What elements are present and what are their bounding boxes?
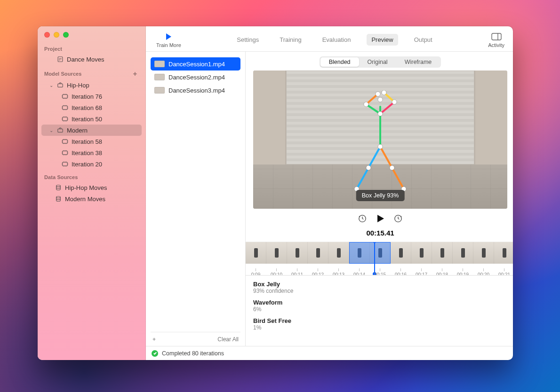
file-rows: DanceSession1.mp4DanceSession2.mp4DanceS… — [151, 57, 240, 97]
svg-point-20 — [378, 97, 383, 102]
svg-point-25 — [382, 90, 386, 95]
sidebar-item-label: Modern — [67, 127, 88, 134]
timeline-ticks: 0:0900:1000:1100:1200:1300:1400:1500:160… — [246, 264, 513, 275]
timeline-thumb[interactable] — [328, 242, 349, 264]
database-icon — [55, 195, 62, 203]
status-success-icon — [152, 350, 158, 357]
svg-rect-3 — [63, 106, 68, 110]
sidebar-source-modern[interactable]: ⌄Modern — [41, 125, 142, 136]
sidebar-iteration-item[interactable]: Iteration 58 — [41, 136, 142, 147]
tab-training[interactable]: Training — [275, 34, 306, 46]
play-icon — [164, 32, 173, 41]
video-thumbnail-icon — [154, 74, 165, 80]
sidebar-project-header: Project — [38, 41, 145, 54]
file-row[interactable]: DanceSession1.mp4 — [151, 57, 240, 71]
sidebar-iteration-item[interactable]: Iteration 68 — [41, 102, 142, 113]
prediction-badge: Box Jelly 93% — [356, 190, 405, 201]
sidebar-project-item[interactable]: Dance Moves — [41, 54, 142, 65]
prediction-name: Waveform — [253, 299, 507, 306]
timeline-thumb[interactable] — [287, 242, 308, 264]
activity-button[interactable]: Activity — [483, 32, 509, 48]
step-back-button[interactable] — [358, 214, 367, 224]
file-name: DanceSession2.mp4 — [168, 74, 225, 81]
segment-blended[interactable]: Blended — [320, 57, 359, 67]
minimize-window-button[interactable] — [54, 32, 59, 38]
tab-preview[interactable]: Preview — [367, 34, 398, 46]
train-more-button[interactable]: Train More — [152, 32, 186, 48]
timeline-tick: 00:15 — [370, 264, 391, 275]
zoom-window-button[interactable] — [63, 32, 69, 38]
prediction-confidence: 93% confidence — [253, 288, 507, 294]
database-icon — [55, 184, 62, 191]
timeline-tick: 00:21 — [494, 264, 513, 275]
play-button[interactable] — [375, 213, 385, 225]
timeline-tick: 00:14 — [349, 264, 370, 275]
close-window-button[interactable] — [44, 32, 50, 38]
video-preview[interactable]: Box Jelly 93% — [253, 71, 507, 209]
sidebar-iteration-item[interactable]: Iteration 50 — [41, 113, 142, 125]
add-file-button[interactable]: + — [152, 336, 156, 343]
timeline[interactable]: 0:0900:1000:1100:1200:1300:1400:1500:160… — [246, 242, 513, 275]
timeline-thumb[interactable] — [266, 242, 287, 264]
timeline-selection[interactable] — [349, 242, 391, 264]
svg-point-29 — [366, 165, 371, 170]
svg-rect-5 — [58, 129, 63, 132]
step-forward-button[interactable] — [394, 214, 402, 224]
timeline-thumb[interactable] — [473, 242, 494, 264]
svg-rect-11 — [492, 33, 501, 40]
timeline-thumb[interactable] — [432, 242, 453, 264]
timeline-thumb[interactable] — [308, 242, 328, 264]
file-list-footer: + Clear All — [151, 332, 240, 346]
svg-point-24 — [376, 92, 380, 96]
timeline-thumb[interactable] — [453, 242, 473, 264]
timeline-tick: 00:12 — [308, 264, 328, 275]
timeline-thumb[interactable] — [391, 242, 411, 264]
tab-evaluation[interactable]: Evaluation — [318, 34, 356, 46]
iteration-icon — [61, 138, 69, 145]
file-name: DanceSession3.mp4 — [168, 87, 225, 94]
svg-point-9 — [56, 185, 61, 187]
clear-all-button[interactable]: Clear All — [217, 336, 239, 343]
tab-output[interactable]: Output — [409, 34, 437, 46]
sidebar-datasource-item[interactable]: Hip-Hop Moves — [41, 182, 142, 193]
segment-wireframe[interactable]: Wireframe — [396, 57, 440, 67]
app-window: Project Dance Moves Model Sources + ⌄Hip… — [38, 26, 513, 360]
file-row[interactable]: DanceSession3.mp4 — [151, 84, 240, 97]
train-more-label: Train More — [156, 42, 181, 48]
playback-controls — [246, 213, 513, 225]
panel-icon — [491, 32, 502, 41]
content: DanceSession1.mp4DanceSession2.mp4DanceS… — [146, 52, 513, 346]
segment-original[interactable]: Original — [359, 57, 396, 67]
timeline-thumb[interactable] — [246, 242, 266, 264]
sidebar-iteration-item[interactable]: Iteration 38 — [41, 147, 142, 158]
tab-settings[interactable]: Settings — [232, 34, 264, 46]
svg-rect-4 — [63, 117, 68, 121]
prediction-name: Box Jelly — [253, 281, 507, 288]
sidebar-source-hip-hop[interactable]: ⌄Hip-Hop — [41, 79, 142, 91]
svg-point-23 — [392, 100, 397, 104]
svg-point-10 — [56, 196, 61, 198]
timeline-tick: 00:18 — [432, 264, 453, 275]
sidebar-item-label: Iteration 76 — [72, 93, 102, 100]
sidebar-item-label: Iteration 20 — [72, 161, 102, 168]
prediction-item: Bird Set Free1% — [253, 317, 507, 331]
add-model-source-button[interactable]: + — [131, 70, 139, 78]
file-row[interactable]: DanceSession2.mp4 — [151, 71, 240, 84]
sidebar-datasource-item[interactable]: Modern Moves — [41, 193, 142, 204]
prediction-name: Bird Set Free — [253, 317, 507, 324]
sidebar-iteration-item[interactable]: Iteration 20 — [41, 158, 142, 170]
timeline-thumb[interactable] — [494, 242, 513, 264]
sidebar-project-header-label: Project — [44, 46, 62, 52]
iteration-icon — [61, 115, 69, 123]
window-controls — [38, 26, 145, 41]
sidebar-modelsources-header: Model Sources + — [38, 65, 145, 79]
timeline-tick: 0:09 — [246, 264, 266, 275]
chevron-down-icon: ⌄ — [49, 83, 54, 88]
main: Train More SettingsTrainingEvaluationPre… — [146, 26, 513, 360]
prediction-confidence: 6% — [253, 306, 507, 313]
timeline-tick: 00:11 — [287, 264, 308, 275]
preview-mode-segmented-control[interactable]: BlendedOriginalWireframe — [320, 56, 441, 68]
timeline-thumb[interactable] — [411, 242, 432, 264]
sidebar-iteration-item[interactable]: Iteration 76 — [41, 91, 142, 102]
sidebar-datasources-label: Data Sources — [44, 174, 78, 180]
